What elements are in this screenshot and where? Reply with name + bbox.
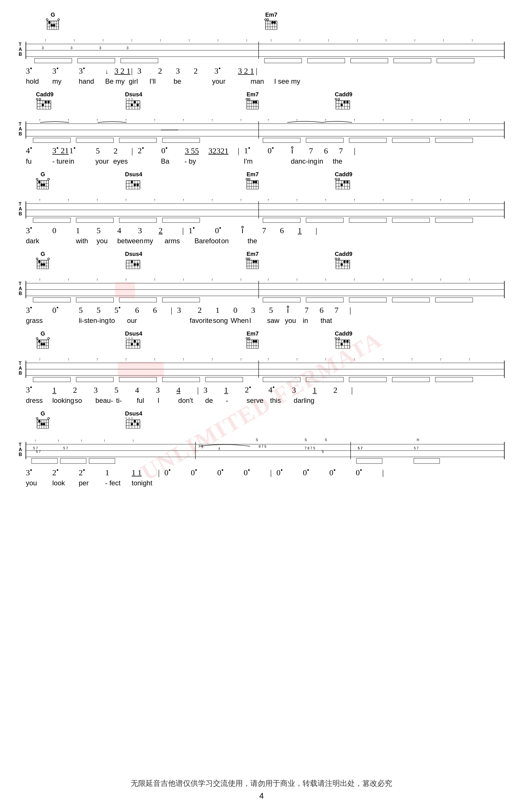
svg-text:A: A (19, 286, 22, 291)
note-4-11: 0 (233, 306, 251, 315)
svg-text:↑: ↑ (39, 357, 41, 361)
footer: 无限延音吉他谱仅供学习交流使用，请勿用于商业，转载请注明出处，篡改必究 4 (0, 778, 523, 800)
svg-rect-155 (162, 138, 200, 143)
svg-point-358 (43, 343, 45, 345)
svg-rect-158 (349, 138, 386, 143)
note-6-4: 1 (105, 468, 131, 477)
note-4-1: 3• (26, 304, 52, 315)
lyric-4: Be my (105, 77, 128, 85)
svg-text:S: S (305, 438, 307, 442)
chord-name-cadd9-3: Cadd9 (335, 171, 352, 178)
note-4-9: 2 (198, 306, 215, 315)
note-2: 3• (52, 65, 78, 76)
chord-row-1: G (17, 12, 506, 36)
note-5-3: 2 (73, 386, 93, 395)
svg-rect-245 (119, 218, 157, 223)
svg-text:5 7: 5 7 (414, 446, 419, 450)
svg-point-451 (36, 418, 38, 419)
lyric-2-4: your (95, 157, 113, 165)
svg-text:↑: ↑ (440, 118, 442, 122)
note-1: 3• (26, 65, 52, 76)
svg-text:B: B (19, 211, 22, 216)
svg-text:3: 3 (126, 46, 128, 50)
chord-cadd9-3-svg (335, 178, 351, 193)
svg-rect-244 (76, 218, 113, 223)
chord-dsus4-4-svg (125, 257, 141, 272)
svg-text:7 9: 7 9 (198, 444, 203, 448)
barline-4-2: | (349, 306, 355, 315)
chord-diagram-em7 (264, 18, 278, 33)
note-8: 3 (176, 66, 193, 76)
svg-point-387 (253, 340, 255, 342)
svg-point-107 (246, 98, 248, 100)
chord-name-dsus4-3: Dsus4 (125, 171, 142, 178)
svg-point-77 (39, 98, 41, 100)
svg-rect-250 (392, 218, 430, 223)
lyric-4-9: song (213, 317, 230, 324)
note-6-7: 0• (191, 466, 217, 477)
svg-rect-337 (162, 298, 200, 302)
svg-rect-506 (414, 458, 440, 463)
note-2-5: 2 (113, 146, 131, 156)
note-3-6: 3 (138, 226, 158, 235)
lyric-5-2: looking (52, 396, 74, 405)
chord-cadd9-4: Cadd9 (335, 251, 352, 273)
lyrics-row-3: dark with you between my arms Barefoot o… (17, 237, 506, 245)
svg-point-290 (246, 258, 248, 260)
svg-point-385 (246, 338, 248, 339)
svg-text:↑: ↑ (125, 197, 127, 202)
system-3: G (17, 171, 506, 245)
svg-point-308 (341, 263, 343, 266)
svg-text:↑: ↑ (39, 118, 41, 122)
svg-point-403 (341, 343, 343, 345)
notation-row-1: 3• 3• 3• ↓ 3 2 1 | 3 2 3 2 3• 3 2 1 | (17, 65, 506, 76)
svg-text:↑: ↑ (468, 357, 470, 361)
svg-point-186 (131, 181, 133, 183)
barline-6-3: | (382, 468, 388, 477)
note-6-1: 3• (26, 466, 52, 477)
chord-row-3: G (17, 171, 506, 195)
svg-text:↑: ↑ (80, 438, 83, 443)
chord-name-g-5: G (36, 330, 50, 337)
page-number: 4 (0, 791, 523, 800)
note-7: 2 (158, 66, 175, 76)
chord-em7-3: Em7 (246, 171, 259, 194)
note-5-7: 3 (156, 386, 176, 395)
chord-em7-5-svg (246, 337, 259, 352)
lyric-5-10: - (226, 396, 246, 405)
svg-text:×: × (128, 98, 130, 101)
chord-cadd9-4-svg (335, 257, 351, 272)
chord-em7-3-svg (246, 178, 259, 193)
svg-point-278 (133, 263, 136, 266)
lyric-3-6: my (144, 237, 164, 245)
lyric-5-3: so (75, 396, 95, 405)
note-3-4: 5 (96, 226, 117, 235)
chord-diagram-g (46, 18, 60, 33)
svg-text:↑: ↑ (182, 277, 184, 282)
chord-cadd9-3: Cadd9 (335, 171, 352, 194)
system-5: G (17, 330, 506, 404)
note-5-14: 1 (313, 386, 333, 395)
svg-text:↑: ↑ (382, 357, 384, 361)
lyric-3-9: on (221, 237, 247, 245)
lyric-2-12: danc-ing (291, 157, 317, 165)
chord-cadd9-5-svg (335, 337, 351, 352)
chord-name-cadd9: Cadd9 (36, 91, 53, 98)
note-4-13: 5 (269, 306, 286, 315)
chord-g-6-svg (36, 417, 50, 432)
svg-text:↑: ↑ (73, 38, 75, 42)
svg-text:↑: ↑ (44, 38, 47, 42)
svg-rect-503 (60, 458, 86, 463)
barline-2-3: | (354, 146, 360, 156)
barline-2-1: | (131, 146, 137, 156)
note-3-11: 7 (262, 226, 279, 235)
chord-dsus4-5-svg: × × × (125, 337, 141, 352)
lyric-12: I see my (274, 77, 300, 85)
lyric-3-5: between (117, 237, 143, 245)
svg-text:↑: ↑ (411, 357, 413, 361)
lyric-5-12: this (270, 396, 293, 405)
lyric-2-10: I'm (244, 157, 267, 165)
notation-row-6: 3• 2• 2• 1 1 1 | 0• 0• 0• 0• | 0• 0• 0• … (17, 466, 506, 477)
chord-row-5: G (17, 330, 506, 355)
svg-point-373 (131, 343, 133, 345)
